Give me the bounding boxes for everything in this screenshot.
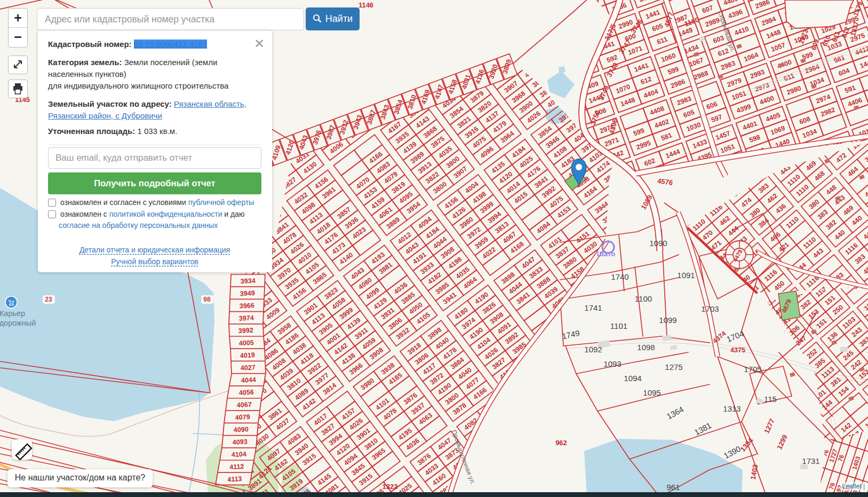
svg-text:4104: 4104 <box>232 451 247 459</box>
svg-text:4112: 4112 <box>229 463 244 471</box>
svg-text:1090: 1090 <box>649 239 667 248</box>
svg-text:1095: 1095 <box>643 388 660 397</box>
svg-text:1101: 1101 <box>610 321 627 330</box>
svg-text:4067: 4067 <box>237 401 252 409</box>
svg-text:23: 23 <box>45 296 52 303</box>
svg-text:1322: 1322 <box>383 483 398 491</box>
svg-text:1313: 1313 <box>723 404 740 413</box>
svg-text:1099: 1099 <box>659 315 676 325</box>
svg-text:3949: 3949 <box>240 289 256 297</box>
svg-text:1092: 1092 <box>584 345 602 354</box>
svg-text:4113: 4113 <box>227 475 242 483</box>
svg-text:1741: 1741 <box>584 303 602 312</box>
svg-text:4056: 4056 <box>239 389 254 397</box>
svg-text:1740: 1740 <box>611 272 628 281</box>
svg-text:4019: 4019 <box>240 351 256 359</box>
svg-text:Карьер: Карьер <box>0 309 25 318</box>
svg-text:1705: 1705 <box>744 365 761 374</box>
svg-text:4044: 4044 <box>241 376 257 384</box>
svg-text:3974: 3974 <box>239 314 254 322</box>
svg-text:4090: 4090 <box>234 425 249 433</box>
svg-text:4079: 4079 <box>235 413 251 421</box>
svg-text:1100: 1100 <box>635 294 652 303</box>
svg-text:3934: 3934 <box>241 277 256 285</box>
svg-text:4005: 4005 <box>239 339 254 347</box>
svg-text:3966: 3966 <box>240 302 255 310</box>
svg-text:961: 961 <box>666 483 680 492</box>
svg-text:1275: 1275 <box>665 362 682 372</box>
svg-text:1094: 1094 <box>624 374 641 383</box>
svg-text:1093: 1093 <box>603 359 621 368</box>
svg-text:4027: 4027 <box>241 364 256 372</box>
svg-text:962: 962 <box>555 439 567 447</box>
svg-text:Шато: Шато <box>597 250 615 258</box>
svg-text:98: 98 <box>203 296 211 303</box>
svg-text:3992: 3992 <box>238 327 254 335</box>
svg-text:1703: 1703 <box>701 304 719 313</box>
svg-text:4375: 4375 <box>730 346 745 354</box>
svg-text:1146: 1146 <box>359 1 373 9</box>
svg-text:1091: 1091 <box>677 271 695 280</box>
svg-text:4093: 4093 <box>233 438 248 446</box>
svg-text:дорожный: дорожный <box>0 319 36 327</box>
svg-text:1731: 1731 <box>802 456 819 466</box>
svg-text:115: 115 <box>764 395 777 404</box>
svg-text:1098: 1098 <box>637 343 655 352</box>
